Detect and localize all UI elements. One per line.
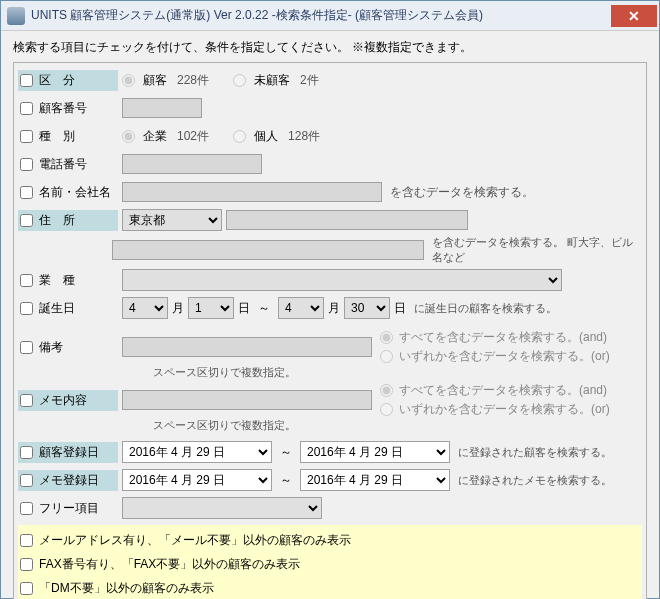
label-address-text: 住 所 xyxy=(39,212,116,229)
input-customer-no[interactable] xyxy=(122,98,202,118)
titlebar: UNITS 顧客管理システム(通常版) Ver 2.0.22 -検索条件指定- … xyxy=(1,1,659,31)
check-dm-filter[interactable] xyxy=(20,582,33,595)
count-shubetsu-kigyo: 102件 xyxy=(177,128,209,145)
label-memo-reg-date: メモ登録日 xyxy=(18,470,118,491)
cust-date-sep: ～ xyxy=(280,444,292,461)
count-kubun-prospect: 2件 xyxy=(300,72,319,89)
bd-month-1: 月 xyxy=(172,300,184,317)
label-free: フリー項目 xyxy=(18,498,118,519)
memo-date-sep: ～ xyxy=(280,472,292,489)
label-dm-filter: 「DM不要」以外の顧客のみ表示 xyxy=(39,580,214,597)
label-birthday-text: 誕生日 xyxy=(39,300,116,317)
check-cust-reg-date[interactable] xyxy=(20,446,33,459)
label-kubun-text: 区 分 xyxy=(39,72,116,89)
label-biko-text: 備考 xyxy=(39,339,116,356)
radio-biko-and[interactable] xyxy=(380,331,393,344)
select-bd-m1[interactable]: 4 xyxy=(122,297,168,319)
label-memo-and: すべてを含むデータを検索する。(and) xyxy=(399,382,607,399)
instruction-text: 検索する項目にチェックを付けて、条件を指定してください。 ※複数指定できます。 xyxy=(13,39,647,56)
label-free-text: フリー項目 xyxy=(39,500,116,517)
select-bd-m2[interactable]: 4 xyxy=(278,297,324,319)
radio-kubun-prospect-label: 未顧客 xyxy=(254,72,290,89)
extra-filters: メールアドレス有り、「メール不要」以外の顧客のみ表示 FAX番号有り、「FAX不… xyxy=(18,525,642,599)
radio-kubun-customer[interactable] xyxy=(122,74,135,87)
label-shubetsu: 種 別 xyxy=(18,126,118,147)
select-memo-date-from[interactable]: 2016年 4 月 29 日 xyxy=(122,469,272,491)
helper-memo: スペース区切りで複数指定。 xyxy=(153,418,642,433)
input-biko[interactable] xyxy=(122,337,372,357)
check-gyoshu[interactable] xyxy=(20,274,33,287)
select-pref[interactable]: 東京都 xyxy=(122,209,222,231)
input-address-1[interactable] xyxy=(226,210,468,230)
hint-name: を含むデータを検索する。 xyxy=(390,184,534,201)
label-tel: 電話番号 xyxy=(18,154,118,175)
label-customer-no-text: 顧客番号 xyxy=(39,100,116,117)
radio-shubetsu-kojin-label: 個人 xyxy=(254,128,278,145)
label-shubetsu-text: 種 別 xyxy=(39,128,116,145)
search-condition-window: UNITS 顧客管理システム(通常版) Ver 2.0.22 -検索条件指定- … xyxy=(0,0,660,599)
hint-memo-date: に登録されたメモを検索する。 xyxy=(458,473,612,488)
label-tel-text: 電話番号 xyxy=(39,156,116,173)
bd-day-1: 日 xyxy=(238,300,250,317)
radio-kubun-customer-label: 顧客 xyxy=(143,72,167,89)
radio-shubetsu-kojin[interactable] xyxy=(233,130,246,143)
radio-memo-or[interactable] xyxy=(380,403,393,416)
label-birthday: 誕生日 xyxy=(18,298,118,319)
hint-address: を含むデータを検索する。 町大字、ビル名など xyxy=(432,235,642,265)
hint-birthday: に誕生日の顧客を検索する。 xyxy=(414,301,557,316)
label-name: 名前・会社名 xyxy=(18,182,118,203)
select-memo-date-to[interactable]: 2016年 4 月 29 日 xyxy=(300,469,450,491)
label-biko: 備考 xyxy=(18,337,118,358)
select-gyoshu[interactable] xyxy=(122,269,562,291)
label-gyoshu: 業 種 xyxy=(18,270,118,291)
select-cust-date-from[interactable]: 2016年 4 月 29 日 xyxy=(122,441,272,463)
app-icon xyxy=(7,7,25,25)
check-biko[interactable] xyxy=(20,341,33,354)
label-address: 住 所 xyxy=(18,210,118,231)
check-memo[interactable] xyxy=(20,394,33,407)
check-customer-no[interactable] xyxy=(20,102,33,115)
label-biko-or: いずれかを含むデータを検索する。(or) xyxy=(399,348,610,365)
check-shubetsu[interactable] xyxy=(20,130,33,143)
check-address[interactable] xyxy=(20,214,33,227)
radio-biko-or[interactable] xyxy=(380,350,393,363)
bd-sep: ～ xyxy=(258,300,270,317)
radio-shubetsu-kigyo[interactable] xyxy=(122,130,135,143)
label-gyoshu-text: 業 種 xyxy=(39,272,116,289)
check-fax-filter[interactable] xyxy=(20,558,33,571)
label-memo: メモ内容 xyxy=(18,390,118,411)
label-memo-or: いずれかを含むデータを検索する。(or) xyxy=(399,401,610,418)
check-name[interactable] xyxy=(20,186,33,199)
check-kubun[interactable] xyxy=(20,74,33,87)
select-bd-d2[interactable]: 30 xyxy=(344,297,390,319)
input-tel[interactable] xyxy=(122,154,262,174)
hint-cust-date: に登録された顧客を検索する。 xyxy=(458,445,612,460)
check-tel[interactable] xyxy=(20,158,33,171)
label-cust-reg-date: 顧客登録日 xyxy=(18,442,118,463)
label-name-text: 名前・会社名 xyxy=(39,184,116,201)
select-free[interactable] xyxy=(122,497,322,519)
label-memo-text: メモ内容 xyxy=(39,392,116,409)
label-mail-filter: メールアドレス有り、「メール不要」以外の顧客のみ表示 xyxy=(39,532,351,549)
radio-kubun-prospect[interactable] xyxy=(233,74,246,87)
label-customer-no: 顧客番号 xyxy=(18,98,118,119)
label-memo-reg-date-text: メモ登録日 xyxy=(39,472,116,489)
select-bd-d1[interactable]: 1 xyxy=(188,297,234,319)
check-memo-reg-date[interactable] xyxy=(20,474,33,487)
label-cust-reg-date-text: 顧客登録日 xyxy=(39,444,116,461)
check-birthday[interactable] xyxy=(20,302,33,315)
label-fax-filter: FAX番号有り、「FAX不要」以外の顧客のみ表示 xyxy=(39,556,300,573)
close-button[interactable]: ✕ xyxy=(611,5,657,27)
input-address-2[interactable] xyxy=(112,240,424,260)
label-kubun: 区 分 xyxy=(18,70,118,91)
bd-day-2: 日 xyxy=(394,300,406,317)
radio-memo-and[interactable] xyxy=(380,384,393,397)
count-kubun-customer: 228件 xyxy=(177,72,209,89)
select-cust-date-to[interactable]: 2016年 4 月 29 日 xyxy=(300,441,450,463)
check-mail-filter[interactable] xyxy=(20,534,33,547)
label-biko-and: すべてを含むデータを検索する。(and) xyxy=(399,329,607,346)
input-memo[interactable] xyxy=(122,390,372,410)
check-free[interactable] xyxy=(20,502,33,515)
helper-biko: スペース区切りで複数指定。 xyxy=(153,365,642,380)
input-name[interactable] xyxy=(122,182,382,202)
